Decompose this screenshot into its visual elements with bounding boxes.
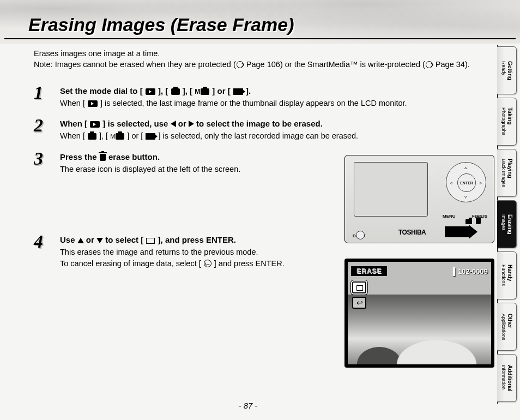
t: When [ (60, 131, 87, 140)
camera-dpad: ENTER ▵ ▿ ◃ ▹ (446, 162, 486, 202)
tab-other-applications[interactable]: OtherApplications (497, 303, 517, 351)
manual-camera-mode-icon (116, 133, 124, 140)
t: Information (501, 365, 506, 389)
folder-icon (465, 219, 472, 224)
t: Press the (60, 152, 99, 161)
page-link-icon (426, 61, 433, 68)
t: Taking (507, 107, 513, 124)
side-tabs: GettingReady TakingPhotographs PlayingBa… (497, 45, 517, 404)
movie-mode-icon (146, 133, 155, 140)
title-underline (4, 38, 516, 39)
t: Functions (501, 265, 506, 286)
t: ] or [ (125, 131, 145, 140)
erase-mode-label: ERASE (351, 266, 387, 276)
dpad-right-icon: ▹ (480, 180, 482, 185)
step-number-1: 1 (34, 82, 43, 103)
tab-getting-ready[interactable]: GettingReady (497, 46, 517, 94)
t: Erasing (507, 214, 513, 235)
step-number-3: 3 (34, 148, 43, 169)
intro-text: Erases images one image at a time. Note:… (34, 48, 486, 70)
step-2: 2 When [ ] is selected, use or to select… (34, 118, 486, 142)
camera-mode-icon (88, 133, 96, 140)
t: to select [ (103, 235, 146, 244)
erase-direction-arrow-icon (445, 226, 470, 237)
t: ] is selected, the last image frame or t… (98, 99, 407, 107)
movie-mode-icon (233, 88, 243, 95)
brand-label: TOSHIBA (398, 229, 426, 236)
page-link-icon (237, 61, 244, 68)
t: Applications (501, 314, 506, 340)
t: When [ (60, 99, 87, 107)
t: Photographs (501, 107, 506, 135)
image-counter: ▌102-0009 (453, 267, 488, 275)
lcd-erase-illustration: ERASE ▌102-0009 (344, 259, 494, 368)
intro-line2b: ) or the SmartMedia™ is write-protected … (280, 60, 425, 69)
t: Additional (507, 365, 513, 392)
t: Playing (507, 159, 513, 178)
camera-lcd (354, 162, 428, 217)
dpad-up-icon: ▵ (464, 165, 467, 170)
t: ], [ (97, 131, 110, 140)
t: to select the image to be erased. (194, 119, 323, 128)
step-2-body: When [ ], [ M ] or [ ] is selected, only… (60, 130, 486, 141)
step-2-heading: When [ ] is selected, use or to select t… (60, 118, 486, 129)
camera-mode-icon (171, 88, 180, 95)
sample-photo (348, 293, 491, 364)
step-1: 1 Set the mode dial to [ ], [ ], [ M ] o… (34, 86, 486, 109)
menu-label: MENU (443, 214, 456, 219)
t: Set the mode dial to [ (60, 86, 145, 95)
t: Other (507, 314, 513, 328)
playback-mode-icon (146, 88, 155, 95)
dpad-left-icon: ◃ (450, 180, 452, 185)
erase-frame-option-icon (352, 281, 366, 293)
t: ] or [ (210, 86, 233, 95)
page-number: - 87 - (0, 401, 496, 410)
left-arrow-icon (171, 121, 176, 127)
t: ] is selected, only the last recorded im… (156, 131, 358, 140)
t: ], and press ENTER. (155, 235, 236, 244)
up-arrow-icon (77, 238, 84, 243)
enter-button-label: ENTER (457, 173, 476, 192)
return-icon (204, 260, 211, 267)
intro-pref2: Page 34 (433, 60, 465, 69)
t: This erases the image and returns to the… (60, 248, 258, 256)
camera-back-illustration: ENTER ▵ ▿ ◃ ▹ MENU FOCUS DISP/i TOSHIBA (344, 155, 494, 243)
intro-pref1: Page 106 (244, 60, 280, 69)
intro-line2a: Note: Images cannot be erased when they … (34, 60, 236, 69)
trash-icon (100, 154, 106, 161)
tab-additional-information[interactable]: AdditionalInformation (497, 354, 517, 402)
tab-taking-photographs[interactable]: TakingPhotographs (497, 98, 517, 146)
frame-select-icon (146, 238, 155, 244)
tab-playing-back-images[interactable]: PlayingBack Images (497, 149, 517, 197)
right-arrow-icon (189, 121, 194, 127)
t: Use (60, 235, 77, 244)
tab-handy-functions[interactable]: HandyFunctions (497, 251, 517, 299)
playback-mode-icon (88, 100, 98, 107)
trash-icon (476, 218, 481, 224)
step-number-4: 4 (34, 231, 43, 252)
dpad-down-icon: ▿ (464, 194, 467, 200)
step-number-2: 2 (34, 115, 43, 136)
t: Back Images (501, 159, 506, 187)
t: Images (501, 214, 506, 231)
t: To cancel erasing of image data, select … (60, 259, 203, 268)
page-title: Erasing Images (Erase Frame) (28, 14, 294, 35)
t: When [ (60, 119, 89, 128)
t: Handy (507, 265, 513, 281)
playback-mode-icon (90, 121, 100, 128)
manual-camera-mode-icon (201, 88, 209, 95)
t: ], [ (180, 86, 195, 95)
t: ] is selected, use (100, 119, 170, 128)
tab-erasing-images[interactable]: ErasingImages (497, 200, 517, 248)
intro-line2c: ). (465, 60, 470, 69)
intro-line1: Erases images one image at a time. (34, 49, 160, 58)
t: ] and press ENTER. (212, 259, 285, 268)
t: or (84, 235, 96, 244)
t: or (176, 119, 189, 128)
t: ], [ (156, 86, 171, 95)
t: erase button. (106, 152, 160, 161)
cancel-option-icon (352, 297, 366, 309)
disp-button (356, 231, 365, 239)
t: Getting (507, 61, 513, 80)
step-1-heading: Set the mode dial to [ ], [ ], [ M ] or … (60, 86, 486, 97)
